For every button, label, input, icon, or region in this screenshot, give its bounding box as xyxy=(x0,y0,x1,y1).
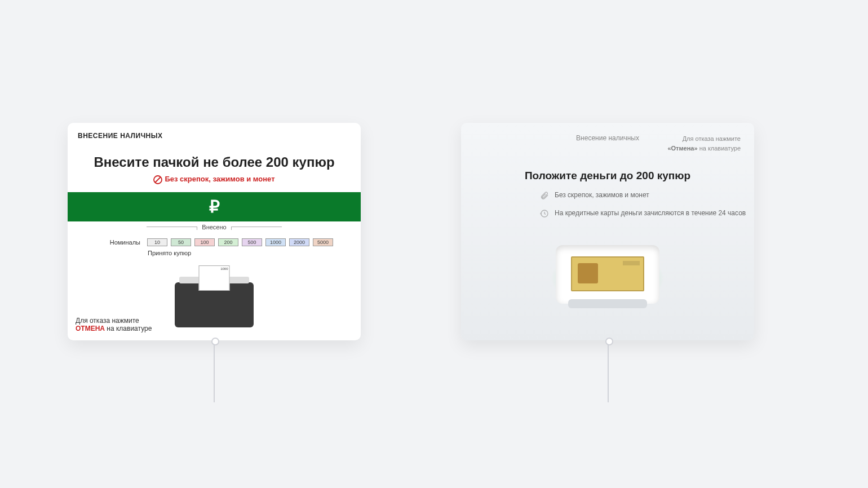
paperclip-icon xyxy=(540,191,549,200)
main-instruction: Положите деньги до 200 купюр xyxy=(461,170,754,182)
amount-bar: ₽ xyxy=(68,192,361,221)
ruble-icon: ₽ xyxy=(209,197,220,216)
prohibit-icon xyxy=(153,175,162,184)
accepted-label: Принято купюр xyxy=(68,250,361,256)
tip-no-clips: Без скрепок, зажимов и монет xyxy=(461,190,754,200)
denom-chip: 1000 xyxy=(265,238,286,246)
warning-text: Без скрепок, зажимов и монет xyxy=(68,175,361,184)
cancel-keyword: «Отмена» xyxy=(667,145,697,152)
cancel-keyword: ОТМЕНА xyxy=(76,325,105,332)
denom-chip: 10 xyxy=(147,238,167,246)
screen-header: Внесение наличных xyxy=(576,134,639,142)
denominations-row: Номиналы 10 50 100 200 500 1000 2000 500… xyxy=(68,238,361,246)
connector-stem xyxy=(214,340,215,402)
connector-stem xyxy=(608,340,609,402)
old-atm-screen: ВНЕСЕНИЕ НАЛИЧНЫХ Внесите пачкой не боле… xyxy=(68,123,361,340)
tip-credit-delay: На кредитные карты деньги зачисляются в … xyxy=(461,208,754,218)
denom-chip: 50 xyxy=(171,238,191,246)
cancel-hint: Для отказа нажмите ОТМЕНА на клавиатуре xyxy=(76,317,152,332)
main-instruction: Внесите пачкой не более 200 купюр xyxy=(68,154,361,170)
cancel-hint: Для отказа нажмите «Отмена» на клавиатур… xyxy=(667,134,741,153)
denom-row-label: Номиналы xyxy=(95,239,140,246)
denom-chip: 500 xyxy=(242,238,262,246)
denom-chip: 2000 xyxy=(289,238,309,246)
new-atm-screen: . Внесение наличных Для отказа нажмите «… xyxy=(461,123,754,340)
history-icon xyxy=(540,209,549,218)
denom-chip: 5000 xyxy=(313,238,333,246)
cash-slot-illustration xyxy=(546,235,670,314)
deposited-label-row: Внесено xyxy=(68,224,361,230)
svg-line-1 xyxy=(155,177,161,183)
denom-chip: 100 xyxy=(194,238,215,246)
denom-chip: 200 xyxy=(218,238,238,246)
screen-header: ВНЕСЕНИЕ НАЛИЧНЫХ xyxy=(68,123,361,140)
deposited-label: Внесено xyxy=(202,224,226,230)
